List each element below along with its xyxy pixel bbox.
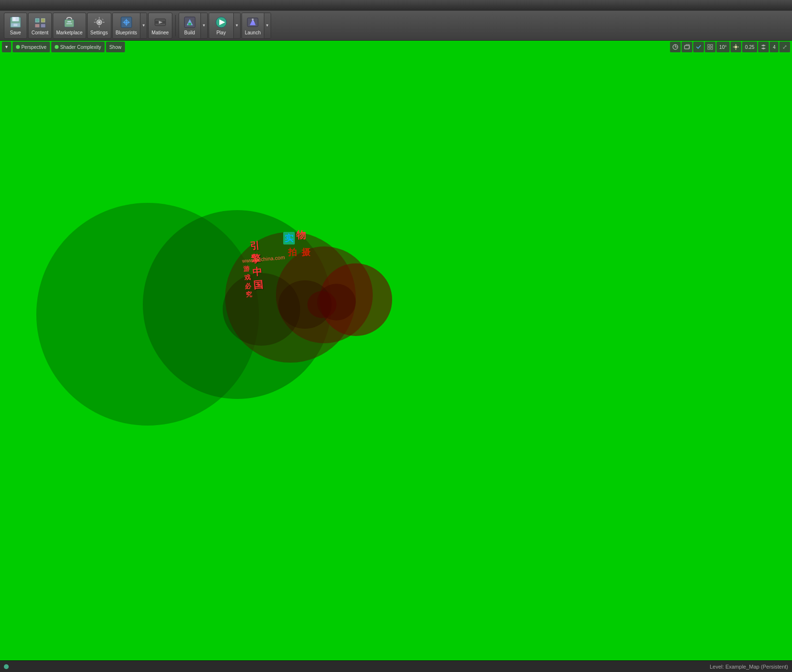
save-button[interactable]: Save [4,13,27,39]
svg-point-24 [125,22,127,23]
svg-rect-13 [66,23,72,24]
svg-rect-48 [711,47,713,49]
play-dropdown-arrow[interactable]: ▼ [233,13,240,38]
svg-rect-18 [94,22,96,23]
camera-speed-icon[interactable] [670,42,681,52]
grid-icon[interactable] [705,42,716,52]
launch-button-group: Launch ▼ [242,13,271,39]
launch-dropdown-arrow[interactable]: ▼ [264,13,271,38]
svg-rect-19 [103,22,105,23]
svg-rect-7 [35,24,40,28]
svg-rect-4 [14,24,17,26]
viewport-options-button[interactable]: ▼ [2,42,11,52]
content-icon [33,15,47,29]
snap-icon[interactable] [758,42,769,52]
view-mode-button[interactable]: Shader Complexity [51,42,104,52]
status-left [4,664,9,669]
svg-rect-8 [41,24,46,28]
viewport-scene [0,41,792,549]
save-icon [9,15,22,29]
settings-button[interactable]: Settings [87,13,111,39]
number-display[interactable]: 4 [770,42,778,52]
svg-rect-47 [708,47,710,49]
realtime-icon[interactable] [693,42,704,52]
status-indicator [4,664,9,669]
main-toolbar: Save Content Marketplace [0,11,792,41]
svg-point-33 [252,18,254,20]
build-button-group: Build ▼ [179,13,208,39]
show-button[interactable]: Show [106,42,125,52]
launch-button[interactable]: Launch [242,13,264,38]
svg-point-15 [98,21,100,24]
matinee-icon [153,15,167,29]
maximize-icon[interactable] [682,42,692,52]
content-button[interactable]: Content [28,13,52,39]
perspective-dot [16,45,20,49]
svg-point-10 [42,19,45,22]
play-button-group: Play ▼ [209,13,241,39]
svg-rect-17 [99,26,100,28]
svg-rect-20 [94,18,96,20]
toolbar-separator-1 [175,15,176,36]
viewport-right-toolbar: 10° 0.25 4 ⤢ [668,41,792,53]
viewport-expand-icon[interactable]: ⤢ [779,42,790,52]
grid-number-display[interactable]: 10° [716,42,730,52]
status-bar: Level: Example_Map (Persistent) [0,660,792,672]
play-icon [214,15,228,29]
settings-icon [92,15,106,29]
title-bar [0,0,792,11]
viewport-background[interactable]: 引擎中国 www.uechina.com 游戏必究 实 物 拍 摄 [0,41,792,660]
svg-point-9 [36,19,39,22]
blueprints-icon [120,15,133,29]
svg-point-42 [307,291,336,318]
play-button[interactable]: Play [209,13,233,38]
svg-rect-16 [99,17,100,19]
svg-rect-46 [711,45,713,46]
sun-icon[interactable] [731,42,741,52]
view-mode-dot [55,45,59,49]
svg-rect-45 [708,45,710,46]
blueprints-button[interactable]: Blueprints [113,13,140,38]
svg-rect-30 [188,23,191,25]
matinee-button[interactable]: Matinee [148,13,172,39]
svg-rect-12 [67,21,71,22]
svg-rect-2 [13,17,15,21]
build-dropdown-arrow[interactable]: ▼ [200,13,207,38]
level-name: Level: Example_Map (Persistent) [710,664,788,670]
viewport-container: 引擎中国 www.uechina.com 游戏必究 实 物 拍 摄 ▼ Pers… [0,41,792,660]
marketplace-button[interactable]: Marketplace [53,13,86,39]
blueprints-button-group: Blueprints ▼ [112,13,147,39]
snap-value-display[interactable]: 0.25 [742,42,757,52]
build-icon [183,15,197,29]
marketplace-icon [62,15,76,29]
perspective-button[interactable]: Perspective [13,42,50,52]
launch-icon [246,15,259,29]
svg-rect-21 [102,18,104,20]
svg-point-49 [734,46,737,48]
blueprints-dropdown-arrow[interactable]: ▼ [140,13,147,38]
build-button[interactable]: Build [179,13,200,38]
svg-rect-44 [685,46,689,49]
